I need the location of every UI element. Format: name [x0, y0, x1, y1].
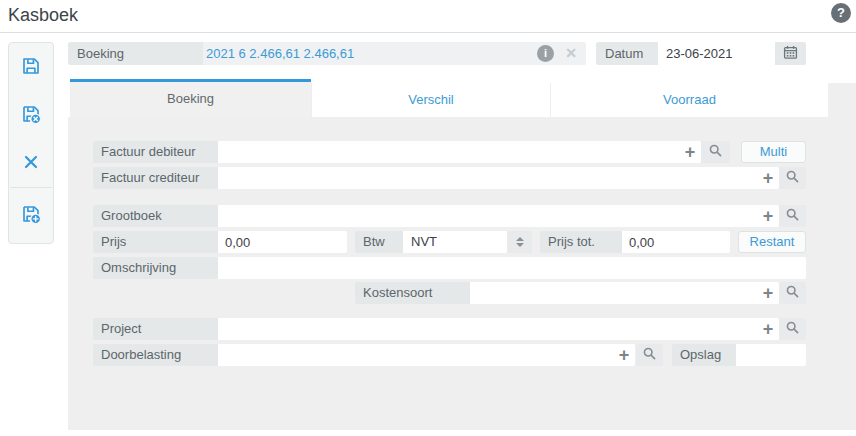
- omschrijving-label: Omschrijving: [93, 257, 218, 279]
- prijs-tot-field: [622, 231, 730, 253]
- kostensoort-search-button[interactable]: [779, 282, 806, 304]
- tab-voorraad[interactable]: Voorraad: [550, 83, 828, 117]
- opslag-field: [736, 344, 806, 366]
- search-icon: [785, 320, 800, 338]
- header-divider: [0, 32, 856, 33]
- add-icon[interactable]: +: [757, 319, 779, 339]
- kostensoort-label: Kostensoort: [355, 282, 470, 304]
- datum-input[interactable]: [658, 42, 775, 65]
- project-field: +: [218, 318, 779, 340]
- omschrijving-field: [218, 257, 806, 279]
- doorbelasting-search-button[interactable]: [636, 344, 663, 366]
- tab-boeking[interactable]: Boeking: [70, 79, 311, 117]
- factuur-debiteur-search-button[interactable]: [701, 141, 730, 163]
- add-icon[interactable]: +: [613, 345, 635, 365]
- tab-row-filler: [828, 83, 856, 117]
- help-icon[interactable]: ?: [831, 3, 851, 23]
- omschrijving-input[interactable]: [218, 257, 806, 279]
- factuur-crediteur-field: +: [218, 167, 779, 189]
- close-button[interactable]: [9, 139, 53, 187]
- save-new-button[interactable]: [9, 188, 53, 243]
- kasboek-window: Kasboek ?: [0, 0, 856, 436]
- save-button[interactable]: [9, 43, 53, 91]
- kostensoort-input[interactable]: [470, 282, 757, 304]
- opslag-input[interactable]: [736, 344, 806, 366]
- clear-boeking-icon[interactable]: ✕: [562, 44, 580, 62]
- grootboek-search-button[interactable]: [779, 205, 806, 227]
- tab-verschil[interactable]: Verschil: [311, 83, 550, 117]
- datum-field-label: Datum: [596, 42, 658, 65]
- floppy-plus-icon: [21, 204, 41, 227]
- search-icon: [785, 169, 800, 187]
- prijs-label: Prijs: [93, 231, 218, 253]
- project-label: Project: [93, 318, 218, 340]
- boeking-reference-value: 2021 6 2.466,61 2.466,61: [203, 42, 586, 65]
- factuur-crediteur-input[interactable]: [218, 167, 757, 189]
- prijs-tot-label: Prijs tot.: [540, 231, 622, 253]
- floppy-icon: [21, 56, 41, 79]
- prijs-tot-input[interactable]: [622, 231, 730, 253]
- search-icon: [708, 143, 723, 161]
- btw-select-value: NVT: [403, 231, 507, 253]
- boeking-field-label: Boeking: [68, 42, 203, 65]
- factuur-crediteur-search-button[interactable]: [779, 167, 806, 189]
- action-toolbar: [8, 42, 54, 244]
- calendar-button[interactable]: [775, 42, 806, 65]
- btw-label: Btw: [355, 231, 403, 253]
- grootboek-input[interactable]: [218, 205, 757, 227]
- save-cancel-button[interactable]: [9, 91, 53, 139]
- spinner-arrows-icon[interactable]: [507, 231, 532, 253]
- opslag-label: Opslag: [672, 344, 736, 366]
- add-icon[interactable]: +: [757, 283, 779, 303]
- calendar-icon: [783, 45, 798, 63]
- search-icon: [642, 346, 657, 364]
- doorbelasting-label: Doorbelasting: [93, 344, 218, 366]
- factuur-debiteur-field: +: [218, 141, 701, 163]
- grootboek-field: +: [218, 205, 779, 227]
- prijs-input[interactable]: [218, 231, 347, 253]
- x-icon: [23, 154, 39, 173]
- info-icon[interactable]: i: [537, 45, 554, 62]
- search-icon: [785, 207, 800, 225]
- doorbelasting-input[interactable]: [218, 344, 613, 366]
- add-icon[interactable]: +: [679, 142, 701, 162]
- prijs-field: [218, 231, 347, 253]
- search-icon: [785, 284, 800, 302]
- project-input[interactable]: [218, 318, 757, 340]
- factuur-debiteur-label: Factuur debiteur: [93, 141, 218, 163]
- add-icon[interactable]: +: [757, 168, 779, 188]
- kostensoort-field: +: [470, 282, 779, 304]
- grootboek-label: Grootboek: [93, 205, 218, 227]
- page-title: Kasboek: [8, 5, 78, 26]
- restant-button[interactable]: Restant: [738, 231, 806, 253]
- add-icon[interactable]: +: [757, 206, 779, 226]
- project-search-button[interactable]: [779, 318, 806, 340]
- floppy-x-icon: [21, 104, 41, 127]
- multi-button[interactable]: Multi: [741, 141, 806, 163]
- factuur-debiteur-input[interactable]: [218, 141, 679, 163]
- doorbelasting-field: +: [218, 344, 635, 366]
- btw-select[interactable]: NVT: [403, 231, 532, 253]
- factuur-crediteur-label: Factuur crediteur: [93, 167, 218, 189]
